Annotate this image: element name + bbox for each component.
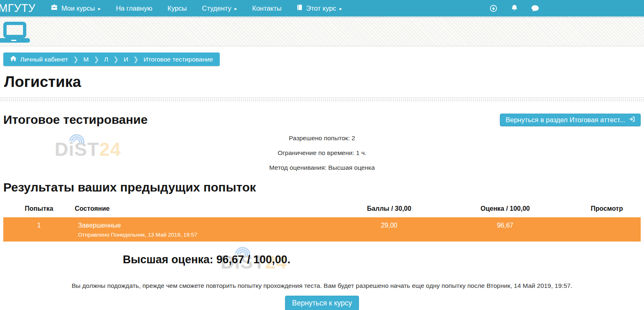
col-header-attempt: Попытка: [3, 201, 75, 216]
state-cell: Завершенные Отправлено Понедельник, 13 М…: [75, 217, 341, 242]
caret-down-icon: [235, 5, 237, 12]
top-navbar: МГУТУ Мои курсы На главную Курсы Студент…: [0, 0, 644, 16]
col-header-grade: Оценка / 100,00: [437, 201, 573, 216]
book-icon: [297, 4, 303, 12]
chevron-right-icon: ❯: [133, 55, 138, 63]
nav-item-home[interactable]: На главную: [116, 5, 152, 12]
chevron-right-icon: ❯: [73, 55, 78, 63]
chat-icon[interactable]: [531, 4, 539, 12]
nav-item-student[interactable]: Студенту: [202, 5, 237, 12]
breadcrumb-home[interactable]: Личный кабинет: [10, 55, 68, 63]
col-header-review: Просмотр: [573, 201, 641, 216]
main-content: Личный кабинет ❯ М ❯ Л ❯ И ❯ Итоговое те…: [0, 46, 644, 310]
breadcrumb-item[interactable]: М: [83, 56, 89, 63]
caret-down-icon: [98, 5, 101, 12]
breadcrumb: Личный кабинет ❯ М ❯ Л ❯ И ❯ Итоговое те…: [3, 52, 220, 66]
course-title: Логистика: [4, 73, 641, 91]
marks-cell: 29,00: [341, 217, 437, 242]
breadcrumb-item[interactable]: Л: [104, 56, 108, 63]
chevron-right-icon: ❯: [94, 55, 99, 63]
attempt-number-cell: 1: [3, 217, 75, 242]
wait-message: Вы должны подождать, прежде чем сможете …: [3, 282, 641, 289]
review-cell: [573, 217, 641, 242]
col-header-state: Состояние: [75, 201, 341, 216]
logo-band: [0, 16, 644, 46]
grade-cell: 96,67: [437, 217, 573, 242]
breadcrumb-item[interactable]: И: [124, 56, 128, 63]
attempts-allowed-text: Разрешено попыток: 2: [3, 134, 641, 142]
nav-item-my-courses[interactable]: Мои курсы: [51, 4, 101, 12]
brand-logo[interactable]: МГУТУ: [0, 2, 35, 15]
navbar-icon-group: [489, 0, 539, 16]
nav-item-courses[interactable]: Курсы: [168, 5, 187, 12]
submitted-timestamp: Отправлено Понедельник, 13 Май 2019, 19:…: [78, 231, 341, 238]
home-icon: [10, 55, 17, 63]
bell-icon[interactable]: [510, 4, 518, 12]
final-grade-text: Высшая оценка: 96,67 / 100,00.: [3, 253, 410, 266]
return-to-section-button[interactable]: Вернуться в раздел Итоговая аттест...: [500, 114, 641, 126]
nav-item-contacts[interactable]: Контакты: [252, 5, 281, 12]
nav-item-this-course[interactable]: Этот курс: [297, 4, 342, 12]
dotted-separator: [0, 97, 644, 102]
attempts-table: Попытка Состояние Баллы / 30,00 Оценка /…: [3, 201, 641, 242]
table-row: 1 Завершенные Отправлено Понедельник, 13…: [3, 217, 641, 242]
caret-down-icon: [339, 5, 342, 12]
back-to-course-button[interactable]: Вернуться к курсу: [285, 296, 359, 310]
chevron-right-icon: ❯: [113, 55, 119, 63]
results-heading: Результаты ваших предыдущих попыток: [3, 180, 641, 195]
arrow-down-circle-icon[interactable]: [489, 4, 497, 12]
quiz-title: Итоговое тестирование: [3, 112, 147, 127]
table-header-row: Попытка Состояние Баллы / 30,00 Оценка /…: [3, 201, 641, 216]
laptop-icon-notch: [11, 40, 16, 41]
state-label: Завершенные: [78, 222, 341, 229]
time-limit-text: Ограничение по времени: 1 ч.: [3, 149, 641, 157]
grading-method-text: Метод оценивания: Высшая оценка: [3, 164, 641, 171]
sign-in-icon: [629, 116, 635, 124]
quiz-info: Разрешено попыток: 2 Ограничение по врем…: [3, 134, 641, 171]
breadcrumb-item-current: Итоговое тестирование: [143, 56, 213, 63]
col-header-marks: Баллы / 30,00: [341, 201, 437, 216]
briefcase-icon: [51, 4, 58, 12]
laptop-icon: [3, 22, 26, 38]
